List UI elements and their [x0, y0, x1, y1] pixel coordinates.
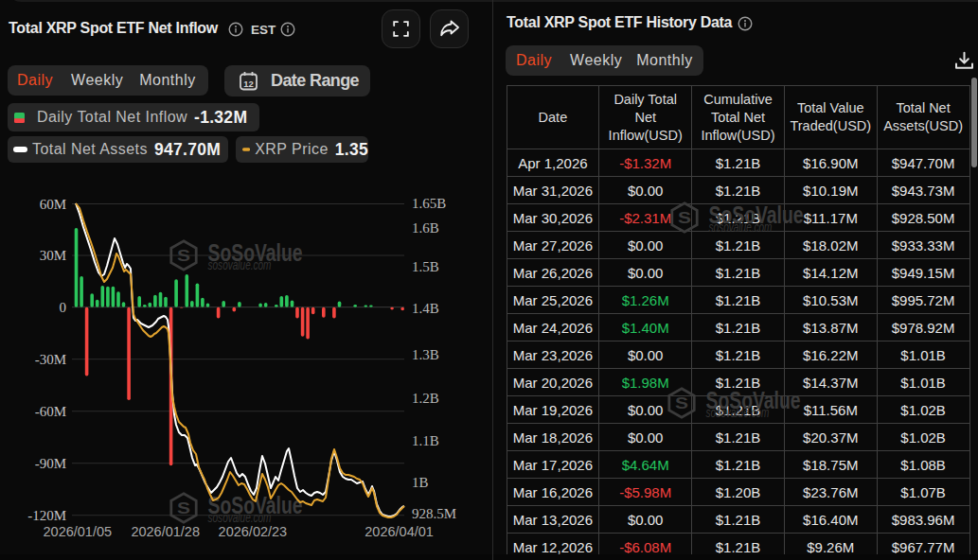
svg-text:1B: 1B [412, 475, 429, 490]
svg-text:-60M: -60M [35, 404, 66, 419]
svg-text:2026/02/23: 2026/02/23 [219, 524, 288, 539]
svg-text:1.2B: 1.2B [412, 391, 439, 406]
svg-text:928.5M: 928.5M [412, 506, 456, 521]
svg-text:0: 0 [60, 300, 67, 315]
svg-text:1.3B: 1.3B [412, 347, 439, 362]
svg-text:2026/01/28: 2026/01/28 [131, 524, 200, 539]
svg-text:-120M: -120M [27, 508, 66, 523]
svg-text:sosovalue.com: sosovalue.com [208, 256, 272, 272]
svg-text:-30M: -30M [35, 352, 66, 367]
svg-text:1.1B: 1.1B [412, 433, 439, 448]
svg-text:S: S [177, 499, 190, 517]
svg-text:30M: 30M [40, 248, 66, 263]
svg-text:60M: 60M [40, 197, 66, 212]
svg-text:2026/01/05: 2026/01/05 [44, 524, 113, 539]
svg-text:1.4B: 1.4B [412, 301, 439, 316]
svg-text:sosovalue.com: sosovalue.com [208, 509, 272, 525]
svg-text:2026/04/01: 2026/04/01 [365, 524, 434, 539]
svg-text:-90M: -90M [35, 456, 66, 471]
svg-text:1.6B: 1.6B [412, 220, 439, 236]
svg-text:S: S [177, 247, 190, 265]
svg-text:1.5B: 1.5B [412, 259, 439, 274]
svg-text:1.65B: 1.65B [412, 196, 446, 211]
